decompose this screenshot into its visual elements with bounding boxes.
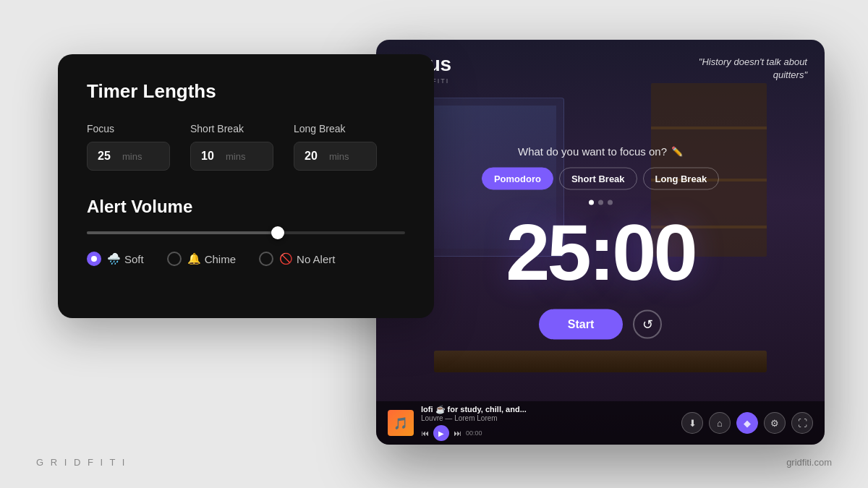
desk bbox=[434, 351, 767, 372]
long-break-unit: mins bbox=[329, 151, 349, 162]
music-controls: ⏮ ▶ ⏭ 00:00 bbox=[421, 425, 527, 441]
short-break-unit: mins bbox=[226, 151, 245, 162]
alert-option-soft[interactable]: 🌧️ Soft bbox=[87, 252, 144, 266]
timer-lengths-row: Focus 25 mins Short Break 10 mins Long B… bbox=[87, 123, 405, 171]
cloud-icon: 🌧️ bbox=[107, 252, 121, 265]
alert-no-alert-label: 🚫 No Alert bbox=[279, 252, 335, 265]
long-break-value: 20 bbox=[305, 150, 322, 163]
alert-chime-label: 🔔 Chime bbox=[187, 252, 236, 265]
alert-option-no-alert[interactable]: 🚫 No Alert bbox=[259, 252, 335, 266]
short-break-field: Short Break 10 mins bbox=[190, 123, 273, 171]
start-button[interactable]: Start bbox=[539, 309, 623, 340]
app-panel: flocus BY GRIDFITI "History doesn't talk… bbox=[376, 40, 825, 445]
long-break-input[interactable]: 20 mins bbox=[294, 142, 377, 171]
music-title: lofi ☕ for study, chill, and... bbox=[421, 405, 527, 414]
play-button[interactable]: ▶ bbox=[433, 425, 449, 441]
chime-text: Chime bbox=[205, 253, 236, 265]
app-center: What do you want to focus on? ✏️ Pomodor… bbox=[376, 145, 825, 340]
fullscreen-icon-btn[interactable]: ⛶ bbox=[791, 412, 813, 434]
alert-volume-section: Alert Volume 🌧️ Soft 🔔 Chime bbox=[87, 197, 405, 266]
home-icon-btn[interactable]: ⌂ bbox=[709, 412, 731, 434]
radio-no-alert[interactable] bbox=[259, 252, 273, 266]
music-time: 00:00 bbox=[466, 429, 482, 437]
tab-long-break[interactable]: Long Break bbox=[643, 168, 720, 190]
volume-slider[interactable] bbox=[87, 231, 405, 234]
focus-input[interactable]: 25 mins bbox=[87, 142, 170, 171]
focus-question-text: What do you want to focus on? bbox=[518, 145, 667, 158]
tab-short-break[interactable]: Short Break bbox=[559, 168, 637, 190]
bell-icon: 🔔 bbox=[187, 252, 201, 265]
bottom-icons: ⬇ ⌂ ◆ ⚙ ⛶ bbox=[681, 412, 813, 434]
long-break-label: Long Break bbox=[294, 123, 377, 134]
edit-icon[interactable]: ✏️ bbox=[671, 146, 683, 157]
settings-title: Timer Lengths bbox=[87, 80, 405, 103]
music-thumbnail: 🎵 bbox=[388, 410, 414, 436]
music-info: lofi ☕ for study, chill, and... Louvre —… bbox=[421, 405, 527, 441]
no-alert-text: No Alert bbox=[297, 253, 335, 265]
tab-pomodoro[interactable]: Pomodoro bbox=[482, 168, 553, 190]
shelf-line-1 bbox=[651, 127, 767, 129]
alert-options: 🌧️ Soft 🔔 Chime 🚫 No Alert bbox=[87, 252, 405, 266]
soft-text: Soft bbox=[124, 253, 144, 265]
short-break-input[interactable]: 10 mins bbox=[190, 142, 273, 171]
app-bottom-bar: 🎵 lofi ☕ for study, chill, and... Louvre… bbox=[376, 401, 825, 445]
focus-field: Focus 25 mins bbox=[87, 123, 170, 171]
timer-tabs: Pomodoro Short Break Long Break bbox=[482, 168, 719, 190]
focus-label: Focus bbox=[87, 123, 170, 134]
reset-button[interactable]: ↺ bbox=[633, 310, 662, 339]
timer-actions: Start ↺ bbox=[539, 309, 662, 340]
dot-1 bbox=[589, 200, 594, 205]
dot-3 bbox=[608, 200, 613, 205]
short-break-value: 10 bbox=[201, 150, 218, 163]
download-icon-btn[interactable]: ⬇ bbox=[681, 412, 703, 434]
radio-chime[interactable] bbox=[167, 252, 182, 266]
dots-row bbox=[589, 200, 613, 205]
radio-soft-inner bbox=[91, 256, 97, 262]
slider-thumb[interactable] bbox=[271, 226, 284, 239]
alert-option-chime[interactable]: 🔔 Chime bbox=[167, 252, 236, 266]
brand-label: G R I D F I T I bbox=[36, 457, 127, 468]
alert-volume-title: Alert Volume bbox=[87, 197, 405, 217]
music-player: 🎵 lofi ☕ for study, chill, and... Louvre… bbox=[388, 405, 527, 441]
quote-text: "History doesn't talk about quitters" bbox=[677, 56, 807, 82]
no-alert-icon: 🚫 bbox=[279, 252, 293, 265]
radio-soft[interactable] bbox=[87, 252, 101, 266]
prev-button[interactable]: ⏮ bbox=[421, 429, 429, 437]
website-label: gridfiti.com bbox=[786, 457, 832, 468]
dot-2 bbox=[598, 200, 603, 205]
settings-icon-btn[interactable]: ⚙ bbox=[764, 412, 786, 434]
alert-soft-label: 🌧️ Soft bbox=[107, 252, 144, 265]
music-artist: Louvre — Lorem Lorem bbox=[421, 414, 527, 422]
short-break-label: Short Break bbox=[190, 123, 273, 134]
focus-question: What do you want to focus on? ✏️ bbox=[518, 145, 683, 158]
long-break-field: Long Break 20 mins bbox=[294, 123, 377, 171]
settings-panel: Timer Lengths Focus 25 mins Short Break … bbox=[58, 54, 434, 318]
app-header: flocus BY GRIDFITI "History doesn't talk… bbox=[376, 40, 825, 98]
focus-unit: mins bbox=[122, 151, 142, 162]
next-button[interactable]: ⏭ bbox=[454, 429, 461, 437]
timer-display: 25:00 bbox=[506, 213, 694, 292]
focus-value: 25 bbox=[98, 150, 115, 163]
slider-fill bbox=[87, 231, 278, 234]
gem-icon-btn[interactable]: ◆ bbox=[736, 412, 758, 434]
